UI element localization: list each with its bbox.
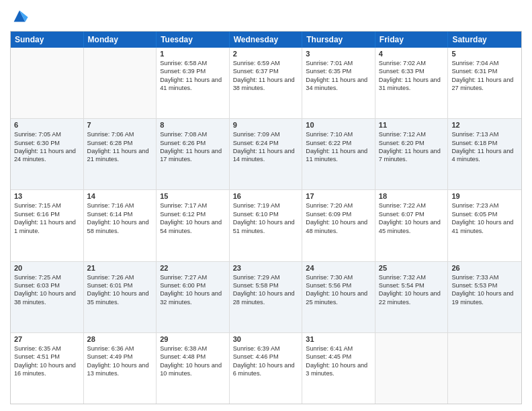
- day-number: 26: [451, 264, 518, 272]
- day-number: 2: [233, 50, 299, 58]
- cell-info: Sunrise: 6:41 AMSunset: 4:45 PMDaylight:…: [306, 345, 371, 378]
- calendar-cell: 22Sunrise: 7:27 AMSunset: 6:00 PMDayligh…: [157, 262, 230, 332]
- day-number: 12: [451, 121, 518, 129]
- weekday-header-tuesday: Tuesday: [157, 32, 230, 48]
- cell-info: Sunrise: 7:33 AMSunset: 5:53 PMDaylight:…: [451, 273, 518, 307]
- calendar-row-3: 20Sunrise: 7:25 AMSunset: 6:03 PMDayligh…: [11, 261, 521, 332]
- cell-info: Sunrise: 7:13 AMSunset: 6:18 PMDaylight:…: [451, 130, 518, 164]
- weekday-header-friday: Friday: [375, 32, 449, 48]
- cell-info: Sunrise: 7:29 AMSunset: 5:58 PMDaylight:…: [233, 273, 299, 307]
- header: [10, 7, 522, 26]
- weekday-header-wednesday: Wednesday: [230, 32, 303, 48]
- calendar-cell: 17Sunrise: 7:20 AMSunset: 6:09 PMDayligh…: [302, 190, 375, 261]
- calendar-cell: 4Sunrise: 7:02 AMSunset: 6:33 PMDaylight…: [375, 48, 449, 118]
- calendar-row-2: 13Sunrise: 7:15 AMSunset: 6:16 PMDayligh…: [11, 189, 521, 261]
- calendar-cell: 1Sunrise: 6:58 AMSunset: 6:39 PMDaylight…: [157, 48, 230, 118]
- day-number: 3: [306, 50, 371, 58]
- page: SundayMondayTuesdayWednesdayThursdayFrid…: [0, 0, 532, 411]
- day-number: 29: [160, 335, 226, 343]
- calendar-cell: 5Sunrise: 7:04 AMSunset: 6:31 PMDaylight…: [448, 48, 521, 118]
- day-number: 17: [306, 192, 371, 200]
- day-number: 1: [160, 50, 226, 58]
- calendar-cell: 2Sunrise: 6:59 AMSunset: 6:37 PMDaylight…: [230, 48, 303, 118]
- cell-info: Sunrise: 7:04 AMSunset: 6:31 PMDaylight:…: [451, 59, 518, 93]
- calendar-cell: 14Sunrise: 7:16 AMSunset: 6:14 PMDayligh…: [84, 190, 157, 261]
- cell-info: Sunrise: 6:35 AMSunset: 4:51 PMDaylight:…: [14, 345, 80, 378]
- calendar-cell: 18Sunrise: 7:22 AMSunset: 6:07 PMDayligh…: [375, 190, 449, 261]
- day-number: 18: [379, 192, 445, 200]
- day-number: 15: [160, 192, 226, 200]
- day-number: 24: [306, 264, 371, 272]
- day-number: 4: [379, 50, 445, 58]
- calendar-cell: 12Sunrise: 7:13 AMSunset: 6:18 PMDayligh…: [448, 119, 521, 189]
- calendar-cell: 25Sunrise: 7:32 AMSunset: 5:54 PMDayligh…: [375, 262, 449, 332]
- day-number: 5: [451, 50, 518, 58]
- calendar-cell: 21Sunrise: 7:26 AMSunset: 6:01 PMDayligh…: [84, 262, 157, 332]
- cell-info: Sunrise: 6:58 AMSunset: 6:39 PMDaylight:…: [160, 59, 226, 93]
- calendar-cell: 15Sunrise: 7:17 AMSunset: 6:12 PMDayligh…: [157, 190, 230, 261]
- cell-info: Sunrise: 7:17 AMSunset: 6:12 PMDaylight:…: [160, 201, 226, 235]
- day-number: 28: [87, 335, 153, 343]
- day-number: 8: [160, 121, 226, 129]
- cell-info: Sunrise: 7:01 AMSunset: 6:35 PMDaylight:…: [306, 59, 371, 93]
- weekday-header-thursday: Thursday: [302, 32, 375, 48]
- cell-info: Sunrise: 7:23 AMSunset: 6:05 PMDaylight:…: [451, 201, 518, 235]
- calendar-cell: 11Sunrise: 7:12 AMSunset: 6:20 PMDayligh…: [375, 119, 449, 189]
- cell-info: Sunrise: 7:08 AMSunset: 6:26 PMDaylight:…: [160, 130, 226, 164]
- calendar-cell: 20Sunrise: 7:25 AMSunset: 6:03 PMDayligh…: [11, 262, 84, 332]
- weekday-header-monday: Monday: [84, 32, 157, 48]
- cell-info: Sunrise: 7:15 AMSunset: 6:16 PMDaylight:…: [14, 201, 80, 235]
- cell-info: Sunrise: 7:02 AMSunset: 6:33 PMDaylight:…: [379, 59, 445, 93]
- calendar: SundayMondayTuesdayWednesdayThursdayFrid…: [10, 31, 522, 404]
- calendar-cell: 8Sunrise: 7:08 AMSunset: 6:26 PMDaylight…: [157, 119, 230, 189]
- cell-info: Sunrise: 7:12 AMSunset: 6:20 PMDaylight:…: [379, 130, 445, 164]
- calendar-row-0: 1Sunrise: 6:58 AMSunset: 6:39 PMDaylight…: [11, 48, 521, 118]
- calendar-cell: 10Sunrise: 7:10 AMSunset: 6:22 PMDayligh…: [302, 119, 375, 189]
- calendar-cell: [448, 333, 521, 404]
- calendar-cell: 27Sunrise: 6:35 AMSunset: 4:51 PMDayligh…: [11, 333, 84, 404]
- cell-info: Sunrise: 7:25 AMSunset: 6:03 PMDaylight:…: [14, 273, 80, 307]
- calendar-header: SundayMondayTuesdayWednesdayThursdayFrid…: [11, 32, 521, 48]
- cell-info: Sunrise: 7:27 AMSunset: 6:00 PMDaylight:…: [160, 273, 226, 307]
- calendar-cell: [375, 333, 449, 404]
- cell-info: Sunrise: 7:32 AMSunset: 5:54 PMDaylight:…: [379, 273, 445, 307]
- day-number: 19: [451, 192, 518, 200]
- cell-info: Sunrise: 6:39 AMSunset: 4:46 PMDaylight:…: [233, 345, 299, 378]
- calendar-row-4: 27Sunrise: 6:35 AMSunset: 4:51 PMDayligh…: [11, 332, 521, 404]
- day-number: 27: [14, 335, 80, 343]
- calendar-cell: 16Sunrise: 7:19 AMSunset: 6:10 PMDayligh…: [230, 190, 303, 261]
- calendar-cell: [84, 48, 157, 118]
- calendar-cell: 31Sunrise: 6:41 AMSunset: 4:45 PMDayligh…: [302, 333, 375, 404]
- calendar-row-1: 6Sunrise: 7:05 AMSunset: 6:30 PMDaylight…: [11, 118, 521, 189]
- logo: [10, 7, 32, 26]
- weekday-header-sunday: Sunday: [11, 32, 84, 48]
- calendar-cell: 9Sunrise: 7:09 AMSunset: 6:24 PMDaylight…: [230, 119, 303, 189]
- day-number: 25: [379, 264, 445, 272]
- day-number: 21: [87, 264, 153, 272]
- logo-icon: [10, 7, 29, 26]
- day-number: 23: [233, 264, 299, 272]
- calendar-cell: 23Sunrise: 7:29 AMSunset: 5:58 PMDayligh…: [230, 262, 303, 332]
- cell-info: Sunrise: 7:05 AMSunset: 6:30 PMDaylight:…: [14, 130, 80, 164]
- day-number: 7: [87, 121, 153, 129]
- cell-info: Sunrise: 6:38 AMSunset: 4:48 PMDaylight:…: [160, 345, 226, 378]
- day-number: 22: [160, 264, 226, 272]
- cell-info: Sunrise: 7:16 AMSunset: 6:14 PMDaylight:…: [87, 201, 153, 235]
- cell-info: Sunrise: 7:22 AMSunset: 6:07 PMDaylight:…: [379, 201, 445, 235]
- cell-info: Sunrise: 7:30 AMSunset: 5:56 PMDaylight:…: [306, 273, 371, 307]
- cell-info: Sunrise: 7:26 AMSunset: 6:01 PMDaylight:…: [87, 273, 153, 307]
- calendar-cell: 29Sunrise: 6:38 AMSunset: 4:48 PMDayligh…: [157, 333, 230, 404]
- calendar-cell: 24Sunrise: 7:30 AMSunset: 5:56 PMDayligh…: [302, 262, 375, 332]
- cell-info: Sunrise: 6:36 AMSunset: 4:49 PMDaylight:…: [87, 345, 153, 378]
- calendar-cell: 30Sunrise: 6:39 AMSunset: 4:46 PMDayligh…: [230, 333, 303, 404]
- weekday-header-saturday: Saturday: [448, 32, 521, 48]
- calendar-cell: 3Sunrise: 7:01 AMSunset: 6:35 PMDaylight…: [302, 48, 375, 118]
- calendar-cell: 7Sunrise: 7:06 AMSunset: 6:28 PMDaylight…: [84, 119, 157, 189]
- day-number: 16: [233, 192, 299, 200]
- calendar-cell: 13Sunrise: 7:15 AMSunset: 6:16 PMDayligh…: [11, 190, 84, 261]
- day-number: 10: [306, 121, 371, 129]
- calendar-cell: 6Sunrise: 7:05 AMSunset: 6:30 PMDaylight…: [11, 119, 84, 189]
- cell-info: Sunrise: 6:59 AMSunset: 6:37 PMDaylight:…: [233, 59, 299, 93]
- day-number: 9: [233, 121, 299, 129]
- day-number: 31: [306, 335, 371, 343]
